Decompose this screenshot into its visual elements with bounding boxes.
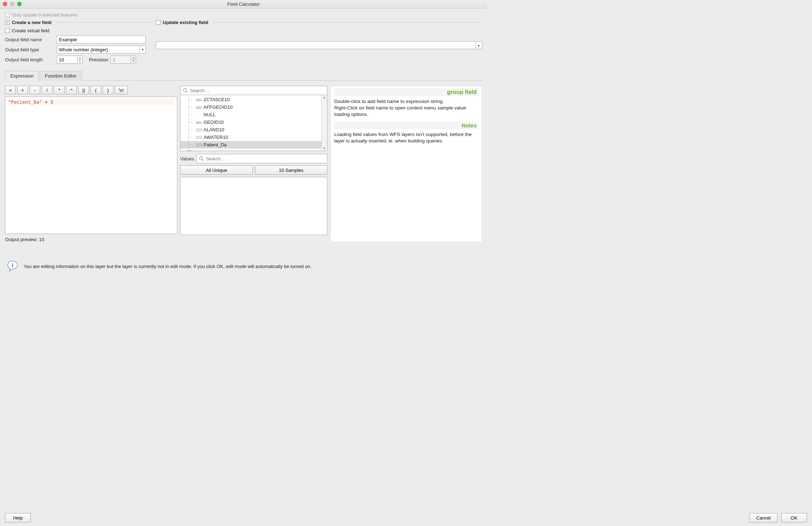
minimize-icon [10,2,14,6]
svg-line-1 [186,91,188,93]
operator-button[interactable]: = [5,86,16,94]
output-preview-value: 10 [39,237,44,242]
values-search[interactable] [196,154,327,163]
search-icon [183,88,188,93]
window-controls [3,2,22,6]
create-virtual-field-label: Create virtual field [12,28,50,33]
operator-button[interactable]: + [17,86,28,94]
close-icon[interactable] [3,2,7,6]
create-new-field-label: Create a new field [12,20,52,25]
divider [57,22,152,23]
field-name: AFFGEOID10 [204,104,327,110]
field-search-input[interactable] [190,86,327,95]
precision-label: Precision [89,57,108,62]
output-field-type-select[interactable] [57,46,146,53]
field-tree[interactable]: abcZCTA5CE10abcAFFGEOID10NULLabcGEOID101… [180,95,327,151]
maximize-icon[interactable] [17,2,22,6]
field-name: NULL [204,112,327,117]
help-panel: group field Double-click to add field na… [330,86,482,242]
stepper-icon[interactable]: ▲▼ [77,56,82,63]
svg-line-3 [202,160,204,161]
tree-group[interactable]: +Fuzzy Matching [181,149,327,151]
output-field-length-label: Output field length [5,57,55,62]
values-list[interactable] [180,177,327,235]
ten-samples-button[interactable]: 10 Samples [255,165,327,175]
help-body-2: Right-Click on field name to open contex… [334,105,478,118]
values-label: Values [180,156,194,161]
field-name: Patient_Da [204,142,327,147]
field-type-badge: abc [194,105,204,109]
create-new-field-checkbox[interactable] [5,20,10,25]
operator-button[interactable]: - [29,86,40,94]
field-item[interactable]: abcAFFGEOID10 [181,103,327,111]
help-notes: Loading field values from WFS layers isn… [334,131,478,144]
field-item[interactable]: abcGEOID10 [181,118,327,126]
expression-editor[interactable]: "Patient_Da" + 5 [5,97,177,234]
window-title: Field Calculator [227,1,260,7]
create-virtual-field-checkbox[interactable] [5,28,10,33]
chevron-down-icon: ▼ [476,42,481,49]
operator-button[interactable]: * [54,86,65,94]
help-title: group field [334,88,478,96]
operator-button[interactable]: ^ [66,86,77,94]
scroll-down-icon[interactable]: ▼ [323,146,326,151]
tab-expression[interactable]: Expression [5,71,39,81]
field-type-badge: 123 [194,135,204,140]
field-type-badge: 123 [194,128,204,132]
tab-function-editor[interactable]: Function Editor [39,71,81,81]
expand-icon[interactable]: + [187,150,191,151]
output-preview-label: Output preview: [5,237,38,242]
update-existing-field-label: Update existing field [163,20,208,25]
field-name: ZCTA5CE10 [204,97,327,102]
field-item[interactable]: abcZCTA5CE10 [181,96,327,103]
output-field-name-input[interactable] [57,36,146,43]
expression-token-op: + [42,99,50,105]
operator-button[interactable]: || [78,86,89,94]
only-update-selected-checkbox [5,13,10,17]
field-type-badge: abc [194,120,204,125]
values-search-input[interactable] [206,154,327,163]
field-name: GEOID10 [204,119,327,125]
operator-button[interactable]: / [42,86,52,94]
divider [213,22,482,23]
info-icon: i [6,260,19,272]
operator-button[interactable]: ( [90,86,101,94]
field-search[interactable] [180,86,327,95]
update-existing-field-checkbox[interactable] [156,20,160,25]
svg-point-2 [200,157,203,160]
update-field-select[interactable]: ▼ [156,41,482,49]
svg-point-0 [183,89,187,92]
field-item[interactable]: 123AWATER10 [181,133,327,141]
field-name: AWATER10 [204,135,327,140]
field-item[interactable]: 123ALAND10 [181,126,327,133]
field-item[interactable]: 123Patient_Da [181,141,327,149]
info-text: You are editing information on this laye… [24,264,312,269]
output-field-type-label: Output field type [5,47,55,52]
expression-token-field: "Patient_Da" [8,99,42,105]
scrollbar[interactable]: ▲ ▼ [321,95,327,151]
only-update-selected-label: Only update 0 selected features [12,12,78,18]
help-body-1: Double-click to add field name to expres… [334,98,478,105]
field-item[interactable]: NULL [181,111,327,118]
titlebar: Field Calculator [0,0,487,9]
expression-token-num: 5 [50,99,53,105]
all-unique-button[interactable]: All Unique [180,165,253,175]
scroll-up-icon[interactable]: ▲ [323,95,326,100]
operator-button[interactable]: ) [103,86,113,94]
operator-button[interactable]: '\n' [115,86,128,94]
search-icon [199,156,204,161]
tree-group-label: Fuzzy Matching [193,150,225,151]
output-field-name-label: Output field name [5,37,55,42]
field-type-badge: 123 [194,143,204,147]
help-subtitle: Notes [334,122,478,129]
field-name: ALAND10 [204,127,327,132]
field-type-badge: abc [194,98,204,102]
stepper-icon: ▲▼ [131,56,136,63]
